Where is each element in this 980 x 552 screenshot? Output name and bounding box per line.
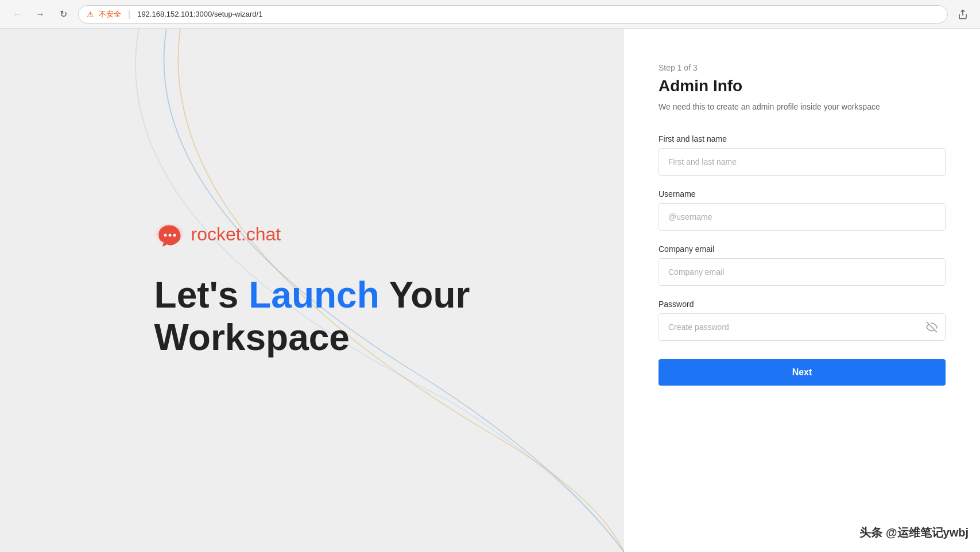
hero-line3: Workspace [154, 317, 470, 359]
password-field-group: Password [659, 300, 946, 341]
forward-button[interactable]: → [32, 6, 48, 22]
email-label: Company email [659, 244, 946, 254]
left-content: rocket.chat Let's Launch Your Workspace [131, 199, 493, 382]
email-input[interactable] [659, 258, 946, 286]
security-warning-text: 不安全 [99, 9, 121, 20]
browser-bar: ← → ↻ ⚠ 不安全 | 192.168.152.101:3000/setup… [0, 0, 980, 29]
step-indicator: Step 1 of 3 [659, 63, 946, 72]
separator: | [128, 9, 130, 20]
logo-text: rocket.chat [191, 224, 281, 245]
svg-point-2 [164, 234, 166, 237]
password-wrapper [659, 313, 946, 341]
hero-line1: Let's Launch Your [154, 274, 470, 317]
form-subtitle: We need this to create an admin profile … [659, 102, 946, 111]
password-label: Password [659, 300, 946, 309]
username-field-group: Username [659, 189, 946, 231]
svg-point-4 [173, 234, 176, 237]
hero-text: Let's Launch Your Workspace [154, 274, 470, 359]
name-field-group: First and last name [659, 134, 946, 176]
left-panel: rocket.chat Let's Launch Your Workspace [0, 29, 624, 552]
security-warning-icon: ⚠ [87, 10, 94, 19]
logo-area: rocket.chat [154, 221, 470, 247]
right-panel: Step 1 of 3 Admin Info We need this to c… [624, 29, 980, 552]
rocket-chat-logo-icon [154, 221, 184, 247]
refresh-button[interactable]: ↻ [55, 6, 71, 22]
main-content: rocket.chat Let's Launch Your Workspace … [0, 29, 980, 552]
next-button[interactable]: Next [659, 359, 946, 386]
watermark: 头条 @运维笔记ywbj [859, 525, 969, 541]
form-title: Admin Info [659, 77, 946, 95]
password-input[interactable] [659, 313, 946, 341]
username-label: Username [659, 189, 946, 199]
back-button[interactable]: ← [9, 6, 25, 22]
url-text[interactable]: 192.168.152.101:3000/setup-wizard/1 [137, 10, 939, 18]
username-input[interactable] [659, 203, 946, 231]
svg-point-3 [168, 234, 171, 237]
toggle-password-button[interactable] [926, 321, 938, 333]
name-input[interactable] [659, 148, 946, 176]
name-label: First and last name [659, 134, 946, 143]
share-button[interactable] [955, 6, 971, 22]
email-field-group: Company email [659, 244, 946, 286]
address-bar: ⚠ 不安全 | 192.168.152.101:3000/setup-wizar… [78, 5, 948, 24]
